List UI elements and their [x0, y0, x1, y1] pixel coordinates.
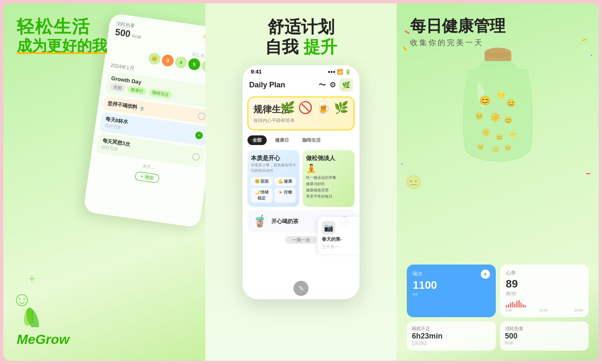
- tag-all[interactable]: 全部: [110, 83, 125, 92]
- svg-text:😊: 😊: [504, 144, 512, 151]
- gray-smiley: 😐: [405, 174, 422, 190]
- svg-text:😐: 😐: [477, 143, 485, 150]
- signal-icon: ●●●: [328, 69, 335, 74]
- milk-tea-icon: 🧋: [253, 214, 267, 228]
- wifi-icon: 📶: [337, 69, 343, 75]
- habit-card-2[interactable]: 做松弛淡人 🧘 吃一顿还还的早餐 健康与好吃 健康锻炼管理 享受平常的每日: [303, 150, 355, 207]
- confetti-3: ●: [590, 53, 592, 57]
- status-time: 9:41: [251, 69, 262, 75]
- water-plus-btn[interactable]: +: [481, 270, 490, 279]
- svg-text:😊: 😊: [496, 134, 503, 141]
- panel2-title-line1: 舒适计划: [268, 18, 334, 36]
- svg-text:😊: 😊: [479, 95, 491, 106]
- sleep-card: 睡眠不足 6h23min 1月29日: [407, 321, 495, 351]
- main-container: 轻松生活 成为更好的我 消耗热量 500 Kcal 🏆 ≡ 0:00: [3, 3, 599, 361]
- chart-time-start: 0:00: [506, 308, 513, 312]
- svg-rect-2: [32, 311, 33, 323]
- heart-rate-chart: [506, 299, 583, 308]
- banner-subtitle: 保持内心平静和简单: [253, 117, 349, 124]
- health-cards-section: 喝水 + 1100 ml 心率 89 次/分: [407, 265, 589, 351]
- svg-text:😐: 😐: [475, 112, 483, 120]
- card2-item-1: 吃一顿还还的早餐: [306, 175, 351, 181]
- spring-item-icon: 📷: [322, 221, 335, 234]
- panel2-title-highlight: 提升: [304, 38, 337, 56]
- card2-item-3: 健康锻炼管理: [306, 188, 351, 193]
- confetti-6: ●: [401, 162, 403, 166]
- water-value: 1100: [413, 279, 490, 292]
- habit-card-1-sub: 学更多小事，避免做有悖今日的快乐动作: [251, 163, 296, 173]
- panel3-title: 每日健康管理: [410, 17, 589, 36]
- habit-check-2[interactable]: ✓: [195, 131, 203, 139]
- tab-coffee[interactable]: 咖啡生活: [297, 135, 326, 145]
- panel1-title-line2: 成为更好的我: [17, 37, 195, 55]
- tab-health[interactable]: 健康日: [270, 135, 294, 145]
- leaf-decoration: [16, 294, 49, 327]
- panel1-title-line1: 轻松生活: [17, 17, 195, 37]
- phone2-header: Daily Plan 〜 ⚙ 🌿: [242, 75, 360, 93]
- card2-item-2: 健康与好吃: [306, 181, 351, 187]
- svg-text:⭐: ⭐: [508, 130, 517, 138]
- calories-card-label: 消耗热量: [505, 326, 584, 332]
- week-day-5[interactable]: 5: [187, 58, 201, 71]
- water-label: 喝水: [413, 270, 423, 277]
- card2-emoji: 🧘: [306, 163, 351, 173]
- svg-text:☀️: ☀️: [481, 128, 491, 137]
- habit-name-1: 坚持不喝饮料 🍵: [107, 99, 145, 112]
- chart-time-end: 24:00: [574, 308, 583, 312]
- card1-tag-2[interactable]: 💪 健康: [274, 177, 296, 186]
- week-day-4[interactable]: 4: [174, 56, 188, 69]
- spring-item-freq: 三个月一-: [322, 244, 360, 250]
- tab-all[interactable]: 全部: [247, 135, 267, 145]
- sleep-value: 6h23min: [412, 332, 490, 341]
- card1-tag-1[interactable]: 😊 面面: [251, 177, 273, 186]
- panel2-title: 舒适计划 自我 提升: [265, 17, 337, 57]
- habit-cards-row: 本质是开心 学更多小事，避免做有悖今日的快乐动作 😊 面面 💪 健康 🌙 情绪稳…: [242, 150, 360, 207]
- svg-text:⭐: ⭐: [496, 89, 506, 99]
- banner-card[interactable]: 规律生活 保持内心平静和简单 🌿 🚫 🍺 🌿: [247, 97, 355, 130]
- water-card: 喝水 + 1100 ml: [407, 265, 495, 317]
- panel2-title-line2: 自我: [265, 38, 298, 56]
- heart-rate-label: 心率: [506, 270, 583, 277]
- calories-card-value: 500: [505, 332, 584, 341]
- card1-tag-4[interactable]: 🍬 控糖: [274, 188, 296, 203]
- svg-text:☀️: ☀️: [490, 112, 501, 123]
- svg-text:😊: 😊: [506, 99, 516, 108]
- week-day-6[interactable]: 6: [201, 59, 205, 73]
- spring-item-card[interactable]: 📷 春天的第- 三个月一-: [318, 217, 360, 254]
- avatar-icon[interactable]: 🌿: [339, 78, 353, 92]
- water-unit: ml: [413, 292, 490, 297]
- confetti-4: ▬: [402, 44, 409, 52]
- tag-health[interactable]: 健康日: [127, 85, 147, 95]
- daily-plan-label: Daily Plan: [249, 81, 285, 89]
- edit-fab[interactable]: ✎: [293, 281, 309, 296]
- svg-text:😊: 😊: [504, 116, 513, 124]
- habit-card-1-title: 本质是开心: [251, 154, 296, 162]
- habit-check-1[interactable]: [197, 112, 205, 120]
- habit-card-1[interactable]: 本质是开心 学更多小事，避免做有悖今日的快乐动作 😊 面面 💪 健康 🌙 情绪稳…: [247, 150, 299, 207]
- svg-text:☀️: ☀️: [492, 145, 500, 153]
- heart-rate-unit: 次/分: [506, 290, 583, 297]
- freq-tag-1: 一周一次: [285, 236, 317, 244]
- megrow-logo: MeGrow: [17, 332, 69, 347]
- settings-icon[interactable]: ⚙: [329, 80, 336, 89]
- phone2-status-bar: 9:41 ●●● 📶 🔋: [242, 65, 360, 75]
- card1-tag-3[interactable]: 🌙 情绪稳定: [251, 188, 273, 203]
- tag-coffee[interactable]: 咖啡生活: [148, 88, 173, 99]
- confetti-5: ▬: [586, 171, 590, 175]
- heart-rate-value: 89: [506, 277, 583, 290]
- chart-time-mid: 12:00: [539, 308, 548, 312]
- battery-icon: 🔋: [345, 69, 351, 75]
- week-day-3[interactable]: 3: [161, 54, 174, 67]
- habit-check-3[interactable]: [191, 153, 200, 161]
- banner-emoji: 🌿 🚫 🍺 🌿: [281, 101, 349, 115]
- add-habit-btn[interactable]: + 增加: [135, 171, 160, 183]
- heart-rate-card: 心率 89 次/分 0:00: [500, 265, 589, 317]
- bottle-illustration: 😊 ⭐ 😊 😐 ☀️ 😊 ☀️ 😊 ⭐ 😐 ☀️ 😊: [439, 37, 556, 171]
- panel-2: 舒适计划 自我 提升 9:41 ●●● 📶 🔋 Daily Plan 〜 ⚙: [205, 3, 397, 361]
- sleep-date: 1月29日: [412, 341, 490, 346]
- svg-rect-4: [485, 53, 511, 61]
- calories-unit: Kcal: [505, 341, 584, 345]
- card2-item-4: 享受平常的每日: [306, 194, 351, 199]
- plus-deco: +: [28, 272, 35, 285]
- wave-icon: 〜: [319, 80, 326, 90]
